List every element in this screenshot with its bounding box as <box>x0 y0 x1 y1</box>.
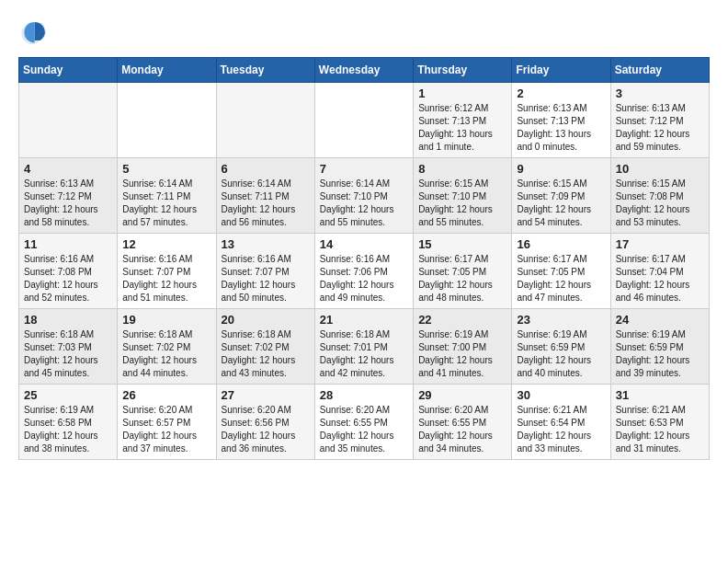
day-number: 16 <box>517 237 605 251</box>
calendar-cell: 22Sunrise: 6:19 AM Sunset: 7:00 PM Dayli… <box>414 309 512 385</box>
day-info: Sunrise: 6:19 AM Sunset: 7:00 PM Dayligh… <box>418 328 506 380</box>
calendar-cell: 28Sunrise: 6:20 AM Sunset: 6:55 PM Dayli… <box>314 385 413 460</box>
day-info: Sunrise: 6:20 AM Sunset: 6:57 PM Dayligh… <box>122 404 210 455</box>
day-number: 1 <box>418 86 506 100</box>
day-info: Sunrise: 6:16 AM Sunset: 7:06 PM Dayligh… <box>320 253 408 304</box>
logo-icon <box>18 18 48 48</box>
calendar-cell: 26Sunrise: 6:20 AM Sunset: 6:57 PM Dayli… <box>118 385 216 460</box>
day-info: Sunrise: 6:16 AM Sunset: 7:07 PM Dayligh… <box>222 253 310 304</box>
day-number: 21 <box>320 313 408 327</box>
calendar-cell <box>314 83 413 158</box>
calendar-week-2: 4Sunrise: 6:13 AM Sunset: 7:12 PM Daylig… <box>19 158 710 234</box>
calendar-cell <box>118 83 216 158</box>
day-number: 25 <box>24 388 112 402</box>
day-info: Sunrise: 6:12 AM Sunset: 7:13 PM Dayligh… <box>418 102 506 154</box>
column-header-sunday: Sunday <box>19 58 118 83</box>
day-info: Sunrise: 6:19 AM Sunset: 6:59 PM Dayligh… <box>616 328 704 380</box>
calendar-cell: 29Sunrise: 6:20 AM Sunset: 6:55 PM Dayli… <box>414 385 512 460</box>
day-number: 18 <box>24 313 112 327</box>
day-info: Sunrise: 6:15 AM Sunset: 7:09 PM Dayligh… <box>517 178 605 229</box>
calendar-cell: 11Sunrise: 6:16 AM Sunset: 7:08 PM Dayli… <box>19 234 118 309</box>
calendar-cell <box>216 83 314 158</box>
calendar-cell: 21Sunrise: 6:18 AM Sunset: 7:01 PM Dayli… <box>314 309 413 385</box>
day-number: 19 <box>122 313 210 327</box>
day-info: Sunrise: 6:20 AM Sunset: 6:56 PM Dayligh… <box>222 404 310 455</box>
day-number: 31 <box>616 388 704 402</box>
calendar-cell: 16Sunrise: 6:17 AM Sunset: 7:05 PM Dayli… <box>512 234 610 309</box>
calendar-cell: 2Sunrise: 6:13 AM Sunset: 7:13 PM Daylig… <box>512 83 610 158</box>
calendar-cell: 15Sunrise: 6:17 AM Sunset: 7:05 PM Dayli… <box>414 234 512 309</box>
day-info: Sunrise: 6:14 AM Sunset: 7:11 PM Dayligh… <box>222 178 310 229</box>
calendar-cell: 27Sunrise: 6:20 AM Sunset: 6:56 PM Dayli… <box>216 385 314 460</box>
day-number: 4 <box>24 162 112 176</box>
day-number: 30 <box>517 388 605 402</box>
calendar-cell: 17Sunrise: 6:17 AM Sunset: 7:04 PM Dayli… <box>610 234 709 309</box>
page-header <box>18 18 710 48</box>
day-info: Sunrise: 6:15 AM Sunset: 7:08 PM Dayligh… <box>616 178 704 229</box>
day-number: 11 <box>24 237 112 251</box>
day-number: 2 <box>517 86 605 100</box>
calendar-week-4: 18Sunrise: 6:18 AM Sunset: 7:03 PM Dayli… <box>19 309 710 385</box>
day-number: 5 <box>122 162 210 176</box>
calendar-cell: 12Sunrise: 6:16 AM Sunset: 7:07 PM Dayli… <box>118 234 216 309</box>
column-header-monday: Monday <box>118 58 216 83</box>
day-number: 22 <box>418 313 506 327</box>
day-info: Sunrise: 6:21 AM Sunset: 6:53 PM Dayligh… <box>616 404 704 455</box>
day-info: Sunrise: 6:13 AM Sunset: 7:12 PM Dayligh… <box>24 178 112 229</box>
calendar-cell: 30Sunrise: 6:21 AM Sunset: 6:54 PM Dayli… <box>512 385 610 460</box>
column-header-thursday: Thursday <box>414 58 512 83</box>
day-info: Sunrise: 6:20 AM Sunset: 6:55 PM Dayligh… <box>418 404 506 455</box>
column-header-tuesday: Tuesday <box>216 58 314 83</box>
day-number: 12 <box>122 237 210 251</box>
day-number: 17 <box>616 237 704 251</box>
day-number: 24 <box>616 313 704 327</box>
day-number: 23 <box>517 313 605 327</box>
calendar-week-3: 11Sunrise: 6:16 AM Sunset: 7:08 PM Dayli… <box>19 234 710 309</box>
calendar-cell: 20Sunrise: 6:18 AM Sunset: 7:02 PM Dayli… <box>216 309 314 385</box>
calendar-cell: 13Sunrise: 6:16 AM Sunset: 7:07 PM Dayli… <box>216 234 314 309</box>
day-info: Sunrise: 6:13 AM Sunset: 7:12 PM Dayligh… <box>616 102 704 154</box>
calendar-cell: 7Sunrise: 6:14 AM Sunset: 7:10 PM Daylig… <box>314 158 413 234</box>
calendar-week-5: 25Sunrise: 6:19 AM Sunset: 6:58 PM Dayli… <box>19 385 710 460</box>
day-number: 26 <box>122 388 210 402</box>
calendar-cell: 19Sunrise: 6:18 AM Sunset: 7:02 PM Dayli… <box>118 309 216 385</box>
day-number: 9 <box>517 162 605 176</box>
day-number: 20 <box>222 313 310 327</box>
calendar-cell: 5Sunrise: 6:14 AM Sunset: 7:11 PM Daylig… <box>118 158 216 234</box>
day-info: Sunrise: 6:16 AM Sunset: 7:07 PM Dayligh… <box>122 253 210 304</box>
calendar-week-1: 1Sunrise: 6:12 AM Sunset: 7:13 PM Daylig… <box>19 83 710 158</box>
day-number: 13 <box>222 237 310 251</box>
day-info: Sunrise: 6:21 AM Sunset: 6:54 PM Dayligh… <box>517 404 605 455</box>
day-info: Sunrise: 6:17 AM Sunset: 7:05 PM Dayligh… <box>517 253 605 304</box>
calendar-cell: 9Sunrise: 6:15 AM Sunset: 7:09 PM Daylig… <box>512 158 610 234</box>
column-header-friday: Friday <box>512 58 610 83</box>
calendar-cell: 4Sunrise: 6:13 AM Sunset: 7:12 PM Daylig… <box>19 158 118 234</box>
calendar-table: SundayMondayTuesdayWednesdayThursdayFrid… <box>18 57 710 460</box>
calendar-cell <box>19 83 118 158</box>
calendar-header-row: SundayMondayTuesdayWednesdayThursdayFrid… <box>19 58 710 83</box>
column-header-saturday: Saturday <box>610 58 709 83</box>
day-info: Sunrise: 6:17 AM Sunset: 7:04 PM Dayligh… <box>616 253 704 304</box>
calendar-cell: 23Sunrise: 6:19 AM Sunset: 6:59 PM Dayli… <box>512 309 610 385</box>
day-number: 10 <box>616 162 704 176</box>
calendar-cell: 24Sunrise: 6:19 AM Sunset: 6:59 PM Dayli… <box>610 309 709 385</box>
day-info: Sunrise: 6:15 AM Sunset: 7:10 PM Dayligh… <box>418 178 506 229</box>
day-info: Sunrise: 6:14 AM Sunset: 7:11 PM Dayligh… <box>122 178 210 229</box>
calendar-cell: 18Sunrise: 6:18 AM Sunset: 7:03 PM Dayli… <box>19 309 118 385</box>
day-number: 15 <box>418 237 506 251</box>
calendar-cell: 6Sunrise: 6:14 AM Sunset: 7:11 PM Daylig… <box>216 158 314 234</box>
day-number: 8 <box>418 162 506 176</box>
day-info: Sunrise: 6:16 AM Sunset: 7:08 PM Dayligh… <box>24 253 112 304</box>
calendar-cell: 14Sunrise: 6:16 AM Sunset: 7:06 PM Dayli… <box>314 234 413 309</box>
day-number: 6 <box>222 162 310 176</box>
day-info: Sunrise: 6:17 AM Sunset: 7:05 PM Dayligh… <box>418 253 506 304</box>
day-number: 7 <box>320 162 408 176</box>
day-number: 28 <box>320 388 408 402</box>
day-number: 27 <box>222 388 310 402</box>
calendar-cell: 1Sunrise: 6:12 AM Sunset: 7:13 PM Daylig… <box>414 83 512 158</box>
calendar-cell: 8Sunrise: 6:15 AM Sunset: 7:10 PM Daylig… <box>414 158 512 234</box>
calendar-cell: 3Sunrise: 6:13 AM Sunset: 7:12 PM Daylig… <box>610 83 709 158</box>
day-info: Sunrise: 6:18 AM Sunset: 7:02 PM Dayligh… <box>222 328 310 380</box>
calendar-cell: 25Sunrise: 6:19 AM Sunset: 6:58 PM Dayli… <box>19 385 118 460</box>
column-header-wednesday: Wednesday <box>314 58 413 83</box>
